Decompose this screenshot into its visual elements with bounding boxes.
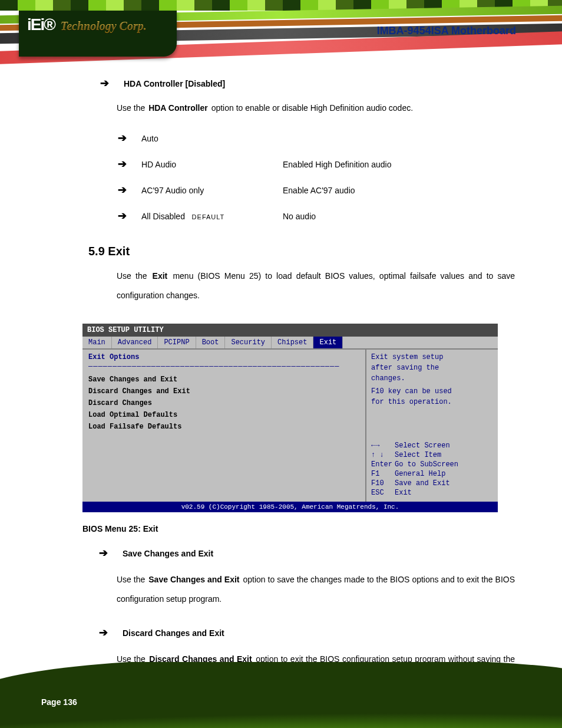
exit-section-heading: 5.9 Exit — [88, 245, 515, 258]
hda-option-row: ➔ Auto — [118, 131, 515, 144]
exit-intro: Use the Exit menu (BIOS Menu 25) to load… — [117, 266, 515, 306]
bios-key: ESC — [371, 489, 395, 497]
bios-title: BIOS SETUP UTILITY — [82, 324, 498, 337]
bios-help: ←→Select Screen ↑ ↓Select Item EnterGo t… — [371, 442, 493, 498]
bios-tab-exit: Exit — [313, 337, 343, 348]
bios-tab-security: Security — [225, 337, 272, 348]
hda-option-row: ➔ HD Audio Enabled High Definition audio — [118, 157, 515, 170]
hda-option-table: ➔ Auto ➔ HD Audio Enabled High Definitio… — [118, 131, 515, 222]
bios-key: F10 — [371, 479, 395, 487]
bios-key: ↑ ↓ — [371, 451, 395, 459]
hda-option-name: HD Audio — [141, 160, 283, 169]
discard-exit-heading-row: ➔ Discard Changes and Exit — [99, 626, 515, 639]
bios-tab-chipset: Chipset — [272, 337, 313, 348]
bios-tab-pcipnp: PCIPNP — [158, 337, 196, 348]
bios-tab-advanced: Advanced — [112, 337, 158, 348]
logo-tech: Technology Corp. — [61, 19, 147, 33]
discard-exit-heading: Discard Changes and Exit — [123, 628, 224, 638]
bios-left-pane: Exit Options ───────────────────────────… — [82, 350, 366, 502]
bios-item: Save Changes and Exit — [88, 375, 359, 384]
hda-option-name: All Disabled — [141, 212, 185, 221]
arrow-icon: ➔ — [99, 626, 123, 639]
bios-item: Discard Changes and Exit — [88, 387, 359, 396]
footer-curve — [0, 662, 562, 728]
bios-key: F1 — [371, 470, 395, 478]
bios-body: Exit Options ───────────────────────────… — [82, 350, 498, 502]
save-exit-intro: Use the Save Changes and Exit option to … — [117, 570, 515, 610]
hda-option-row: ➔ All Disabled DEFAULT No audio — [118, 209, 515, 222]
bios-divider: ────────────────────────────────────────… — [88, 363, 359, 371]
bios-tab-main: Main — [82, 337, 112, 348]
content: ➔ HDA Controller [Disabled] Use the HDA … — [0, 71, 562, 689]
bios-footer: v02.59 (C)Copyright 1985-2005, American … — [82, 502, 498, 512]
bios-key-label: Exit — [395, 489, 412, 497]
arrow-icon: ➔ — [118, 209, 141, 222]
bios-item: Discard Changes — [88, 399, 359, 407]
logo: iEi® Technology Corp. — [19, 11, 177, 57]
arrow-icon: ➔ — [118, 131, 141, 144]
hda-heading-row: ➔ HDA Controller [Disabled] — [100, 77, 515, 90]
bios-tab-boot: Boot — [196, 337, 226, 348]
hda-intro-prefix: Use the — [117, 103, 147, 113]
hda-option-name: AC'97 Audio only — [141, 186, 283, 195]
bios-tabs: Main Advanced PCIPNP Boot Security Chips… — [82, 337, 498, 350]
save-exit-prefix: Use the — [117, 575, 147, 584]
bios-key-label: General Help — [395, 470, 445, 478]
hda-option-name: Auto — [141, 134, 283, 143]
bios-right-pane: Exit system setup after saving the chang… — [366, 350, 498, 502]
hda-option-default: DEFAULT — [192, 213, 225, 220]
bios-key: ←→ — [371, 442, 395, 450]
bios-key-label: Go to SubScreen — [395, 460, 458, 469]
hda-heading: HDA Controller [Disabled] — [124, 79, 225, 88]
hda-option-desc: No audio — [283, 212, 316, 221]
hda-option-desc: Enabled High Definition audio — [283, 160, 391, 169]
exit-intro-bold: Exit — [153, 271, 168, 281]
exit-intro-prefix: Use the — [117, 271, 151, 281]
hda-intro: Use the HDA Controller option to enable … — [117, 100, 515, 116]
bios-desc-line: after saving the — [371, 364, 493, 372]
bios-left-header: Exit Options — [88, 353, 359, 361]
arrow-icon: ➔ — [118, 157, 141, 170]
hda-option-row: ➔ AC'97 Audio only Enable AC'97 audio — [118, 183, 515, 196]
exit-intro-suffix: menu (BIOS Menu 25) to load default BIOS… — [117, 271, 515, 301]
bios-key-label: Select Item — [395, 451, 441, 459]
bios-item: Load Optimal Defaults — [88, 411, 359, 419]
header-band: iEi® Technology Corp. IMBA-9454ISA Mothe… — [0, 0, 562, 71]
bios-desc-line: changes. — [371, 374, 493, 383]
save-exit-heading: Save Changes and Exit — [123, 549, 213, 558]
product-name: IMBA-9454ISA Motherboard — [377, 25, 516, 37]
logo-iei: iEi — [27, 15, 44, 34]
save-exit-heading-row: ➔ Save Changes and Exit — [99, 546, 515, 559]
arrow-icon: ➔ — [118, 183, 141, 196]
bios-item: Load Failsafe Defaults — [88, 423, 359, 431]
hda-intro-bold: HDA Controller — [148, 103, 208, 113]
hda-intro-suffix: option to enable or disable High Definit… — [211, 103, 413, 113]
bios-desc-line: F10 key can be used — [371, 387, 493, 396]
save-exit-bold: Save Changes and Exit — [148, 575, 239, 584]
bios-key-label: Save and Exit — [395, 479, 450, 487]
bios-desc-line: for this operation. — [371, 398, 493, 406]
bios-key: Enter — [371, 460, 395, 469]
arrow-icon: ➔ — [100, 77, 124, 90]
bios-key-label: Select Screen — [395, 442, 450, 450]
bios-caption: BIOS Menu 25: Exit — [82, 524, 515, 533]
bios-screenshot: BIOS SETUP UTILITY Main Advanced PCIPNP … — [82, 324, 498, 512]
page-number: Page 136 — [41, 697, 77, 707]
arrow-icon: ➔ — [99, 546, 123, 559]
logo-reg: ® — [44, 15, 55, 34]
hda-option-desc: Enable AC'97 audio — [283, 186, 355, 195]
footer-band: Page 136 — [0, 662, 562, 728]
bios-desc-line: Exit system setup — [371, 353, 493, 361]
